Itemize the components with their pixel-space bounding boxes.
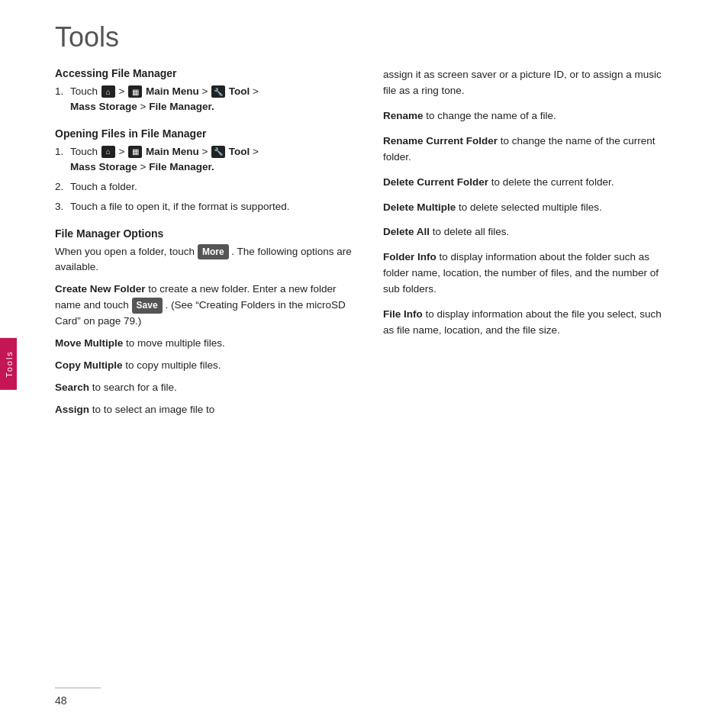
delete-folder-term: Delete Current Folder [383,176,488,188]
step-num-open-1: 1. [55,144,70,176]
home-icon-2: ⌂ [101,146,115,158]
delete-multiple-option: Delete Multiple to delete selected multi… [383,200,673,216]
step-num-open-2: 2. [55,179,70,195]
menu-icon-2: ▦ [128,146,142,158]
more-button-display: More [198,244,229,260]
delete-multiple-term: Delete Multiple [383,201,456,213]
create-folder-term: Create New Folder [55,283,146,295]
create-folder-option: Create New Folder to create a new folder… [55,282,353,330]
side-tab-label: Tools [5,350,14,378]
step-access-1: 1. Touch ⌂ > ▦ Main Menu > 🔧 Tool > Mass… [55,84,353,115]
move-multiple-option: Move Multiple to move multiple files. [55,336,353,352]
step-open-3: 3. Touch a file to open it, if the forma… [55,199,353,214]
rename-folder-term: Rename Current Folder [383,135,498,147]
step-content-open-3: Touch a file to open it, if the format i… [70,199,353,214]
section-accessing-heading: Accessing File Manager [55,67,353,79]
step-open-1: 1. Touch ⌂ > ▦ Main Menu > 🔧 Tool > Mass… [55,144,353,176]
rename-option: Rename to change the name of a file. [383,108,673,124]
assign-term: Assign [55,404,89,415]
assign-option: Assign to to select an image file to [55,402,353,418]
rename-desc: to change the name of a file. [426,110,556,121]
tool-icon-2: 🔧 [211,146,225,158]
move-multiple-term: Move Multiple [55,337,123,349]
side-tab: Tools [0,338,17,390]
page-title: Tools [0,0,728,67]
delete-folder-option: Delete Current Folder to delete the curr… [383,175,673,191]
file-info-term: File Info [383,308,423,320]
tool-icon-1: 🔧 [211,85,225,98]
right-column: assign it as screen saver or a picture I… [383,67,673,424]
search-option: Search to search for a file. [55,380,353,396]
copy-multiple-desc: to copy multiple files. [125,359,221,371]
file-info-option: File Info to display information about t… [383,307,673,339]
file-info-desc: to display information about the file yo… [383,308,662,336]
search-term: Search [55,382,89,393]
step-content-1: Touch ⌂ > ▦ Main Menu > 🔧 Tool > Mass St… [70,84,353,115]
assign-continued: assign it as screen saver or a picture I… [383,67,673,99]
search-desc: to search for a file. [92,382,177,393]
delete-all-desc: to delete all files. [433,226,510,237]
assign-desc: to to select an image file to [92,404,215,415]
menu-icon: ▦ [128,85,142,98]
step-content-open-2: Touch a folder. [70,179,353,195]
delete-all-option: Delete All to delete all files. [383,224,673,240]
copy-multiple-option: Copy Multiple to copy multiple files. [55,358,353,374]
save-button-display: Save [132,298,163,314]
step-num-open-3: 3. [55,199,70,214]
left-column: Accessing File Manager 1. Touch ⌂ > ▦ Ma… [55,67,353,424]
bottom-divider [55,688,101,688]
copy-multiple-term: Copy Multiple [55,359,123,371]
home-icon: ⌂ [101,85,115,98]
rename-folder-option: Rename Current Folder to change the name… [383,134,673,166]
page-number: 48 [55,694,673,707]
delete-folder-desc: to delete the current folder. [491,176,614,188]
rename-term: Rename [383,110,424,121]
options-intro-pre: When you open a folder, touch [55,246,195,257]
bottom-area: 48 [55,688,673,707]
move-multiple-desc: to move multiple files. [126,337,225,349]
step-open-2: 2. Touch a folder. [55,179,353,195]
options-intro: When you open a folder, touch More . The… [55,244,353,276]
folder-info-option: Folder Info to display information about… [383,250,673,298]
step-content-open-1: Touch ⌂ > ▦ Main Menu > 🔧 Tool > Mass St… [70,144,353,176]
delete-multiple-desc: to delete selected multiple files. [459,201,602,213]
section-opening-heading: Opening Files in File Manager [55,127,353,140]
section-options-heading: File Manager Options [55,227,353,240]
folder-info-term: Folder Info [383,251,436,263]
delete-all-term: Delete All [383,226,430,237]
content-area: Accessing File Manager 1. Touch ⌂ > ▦ Ma… [0,67,728,424]
step-num-1: 1. [55,84,70,115]
